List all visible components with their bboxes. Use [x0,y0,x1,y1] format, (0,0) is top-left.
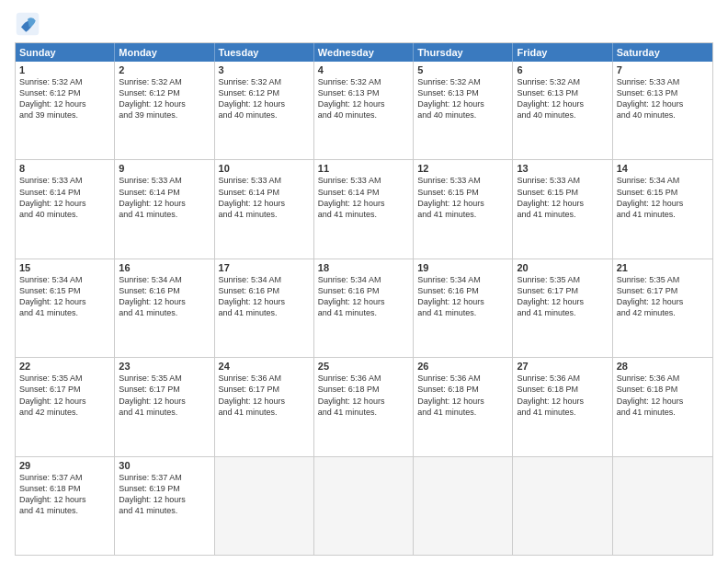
calendar-cell-8: 8Sunrise: 5:33 AM Sunset: 6:14 PM Daylig… [16,160,115,258]
calendar: SundayMondayTuesdayWednesdayThursdayFrid… [15,42,713,556]
day-number: 29 [19,460,110,471]
weekday-header-saturday: Saturday [613,43,712,62]
day-number: 1 [19,64,110,75]
cell-details: Sunrise: 5:34 AM Sunset: 6:15 PM Dayligh… [19,274,110,319]
cell-details: Sunrise: 5:36 AM Sunset: 6:17 PM Dayligh… [219,373,310,418]
cell-details: Sunrise: 5:36 AM Sunset: 6:18 PM Dayligh… [318,373,409,418]
day-number: 15 [19,262,110,273]
day-number: 2 [119,64,210,75]
day-number: 23 [119,361,210,372]
cell-details: Sunrise: 5:35 AM Sunset: 6:17 PM Dayligh… [517,274,608,319]
day-number: 28 [617,361,709,372]
calendar-cell-24: 24Sunrise: 5:36 AM Sunset: 6:17 PM Dayli… [215,358,314,455]
day-number: 25 [318,361,409,372]
weekday-header-sunday: Sunday [16,43,115,62]
day-number: 3 [219,64,310,75]
calendar-row-3: 15Sunrise: 5:34 AM Sunset: 6:15 PM Dayli… [16,259,712,357]
cell-details: Sunrise: 5:32 AM Sunset: 6:12 PM Dayligh… [119,76,210,121]
calendar-cell-18: 18Sunrise: 5:34 AM Sunset: 6:16 PM Dayli… [314,259,414,357]
day-number: 27 [517,361,608,372]
calendar-cell-25: 25Sunrise: 5:36 AM Sunset: 6:18 PM Dayli… [314,358,414,455]
cell-details: Sunrise: 5:33 AM Sunset: 6:14 PM Dayligh… [119,175,210,220]
day-number: 18 [318,262,409,273]
calendar-cell-23: 23Sunrise: 5:35 AM Sunset: 6:17 PM Dayli… [115,358,214,455]
calendar-cell-15: 15Sunrise: 5:34 AM Sunset: 6:15 PM Dayli… [16,259,115,357]
cell-details: Sunrise: 5:36 AM Sunset: 6:18 PM Dayligh… [617,373,709,418]
day-number: 24 [219,361,310,372]
cell-details: Sunrise: 5:34 AM Sunset: 6:16 PM Dayligh… [119,274,210,319]
weekday-header-monday: Monday [115,43,214,62]
calendar-cell-3: 3Sunrise: 5:32 AM Sunset: 6:12 PM Daylig… [215,62,314,159]
day-number: 12 [417,163,508,174]
calendar-cell-empty [314,457,414,555]
calendar-cell-22: 22Sunrise: 5:35 AM Sunset: 6:17 PM Dayli… [16,358,115,455]
cell-details: Sunrise: 5:35 AM Sunset: 6:17 PM Dayligh… [119,373,210,418]
logo-icon [15,11,40,37]
calendar-header: SundayMondayTuesdayWednesdayThursdayFrid… [16,43,712,62]
calendar-cell-2: 2Sunrise: 5:32 AM Sunset: 6:12 PM Daylig… [115,62,214,159]
day-number: 6 [517,64,608,75]
day-number: 16 [119,262,210,273]
calendar-cell-28: 28Sunrise: 5:36 AM Sunset: 6:18 PM Dayli… [613,358,712,455]
logo [15,11,44,37]
cell-details: Sunrise: 5:33 AM Sunset: 6:14 PM Dayligh… [19,175,110,220]
cell-details: Sunrise: 5:33 AM Sunset: 6:13 PM Dayligh… [617,76,709,121]
calendar-row-4: 22Sunrise: 5:35 AM Sunset: 6:17 PM Dayli… [16,357,712,455]
day-number: 10 [219,163,310,174]
day-number: 26 [417,361,508,372]
header [15,11,713,37]
weekday-header-thursday: Thursday [414,43,513,62]
day-number: 20 [517,262,608,273]
cell-details: Sunrise: 5:33 AM Sunset: 6:15 PM Dayligh… [517,175,608,220]
day-number: 22 [19,361,110,372]
cell-details: Sunrise: 5:32 AM Sunset: 6:12 PM Dayligh… [19,76,110,121]
cell-details: Sunrise: 5:34 AM Sunset: 6:16 PM Dayligh… [219,274,310,319]
calendar-cell-7: 7Sunrise: 5:33 AM Sunset: 6:13 PM Daylig… [613,62,712,159]
day-number: 14 [617,163,709,174]
cell-details: Sunrise: 5:32 AM Sunset: 6:13 PM Dayligh… [417,76,508,121]
calendar-row-2: 8Sunrise: 5:33 AM Sunset: 6:14 PM Daylig… [16,159,712,258]
day-number: 7 [617,64,709,75]
calendar-cell-26: 26Sunrise: 5:36 AM Sunset: 6:18 PM Dayli… [414,358,513,455]
cell-details: Sunrise: 5:32 AM Sunset: 6:13 PM Dayligh… [318,76,409,121]
cell-details: Sunrise: 5:33 AM Sunset: 6:15 PM Dayligh… [417,175,508,220]
calendar-cell-21: 21Sunrise: 5:35 AM Sunset: 6:17 PM Dayli… [613,259,712,357]
day-number: 4 [318,64,409,75]
calendar-cell-4: 4Sunrise: 5:32 AM Sunset: 6:13 PM Daylig… [314,62,414,159]
day-number: 5 [417,64,508,75]
weekday-header-tuesday: Tuesday [215,43,314,62]
day-number: 30 [119,460,210,471]
calendar-cell-6: 6Sunrise: 5:32 AM Sunset: 6:13 PM Daylig… [513,62,612,159]
cell-details: Sunrise: 5:34 AM Sunset: 6:15 PM Dayligh… [617,175,709,220]
calendar-row-1: 1Sunrise: 5:32 AM Sunset: 6:12 PM Daylig… [16,62,712,159]
cell-details: Sunrise: 5:33 AM Sunset: 6:14 PM Dayligh… [219,175,310,220]
calendar-cell-29: 29Sunrise: 5:37 AM Sunset: 6:18 PM Dayli… [16,457,115,555]
weekday-header-friday: Friday [513,43,612,62]
cell-details: Sunrise: 5:35 AM Sunset: 6:17 PM Dayligh… [617,274,709,319]
calendar-cell-17: 17Sunrise: 5:34 AM Sunset: 6:16 PM Dayli… [215,259,314,357]
calendar-cell-10: 10Sunrise: 5:33 AM Sunset: 6:14 PM Dayli… [215,160,314,258]
weekday-header-wednesday: Wednesday [314,43,414,62]
page: SundayMondayTuesdayWednesdayThursdayFrid… [0,0,728,563]
calendar-cell-27: 27Sunrise: 5:36 AM Sunset: 6:18 PM Dayli… [513,358,612,455]
cell-details: Sunrise: 5:34 AM Sunset: 6:16 PM Dayligh… [417,274,508,319]
calendar-cell-13: 13Sunrise: 5:33 AM Sunset: 6:15 PM Dayli… [513,160,612,258]
cell-details: Sunrise: 5:32 AM Sunset: 6:12 PM Dayligh… [219,76,310,121]
calendar-cell-5: 5Sunrise: 5:32 AM Sunset: 6:13 PM Daylig… [414,62,513,159]
calendar-cell-empty [513,457,612,555]
calendar-cell-empty [414,457,513,555]
cell-details: Sunrise: 5:37 AM Sunset: 6:18 PM Dayligh… [19,472,110,517]
day-number: 17 [219,262,310,273]
calendar-cell-30: 30Sunrise: 5:37 AM Sunset: 6:19 PM Dayli… [115,457,214,555]
calendar-cell-16: 16Sunrise: 5:34 AM Sunset: 6:16 PM Dayli… [115,259,214,357]
cell-details: Sunrise: 5:33 AM Sunset: 6:14 PM Dayligh… [318,175,409,220]
day-number: 21 [617,262,709,273]
day-number: 8 [19,163,110,174]
day-number: 19 [417,262,508,273]
cell-details: Sunrise: 5:37 AM Sunset: 6:19 PM Dayligh… [119,472,210,517]
calendar-cell-19: 19Sunrise: 5:34 AM Sunset: 6:16 PM Dayli… [414,259,513,357]
calendar-cell-9: 9Sunrise: 5:33 AM Sunset: 6:14 PM Daylig… [115,160,214,258]
day-number: 11 [318,163,409,174]
cell-details: Sunrise: 5:36 AM Sunset: 6:18 PM Dayligh… [417,373,508,418]
calendar-body: 1Sunrise: 5:32 AM Sunset: 6:12 PM Daylig… [16,62,712,555]
